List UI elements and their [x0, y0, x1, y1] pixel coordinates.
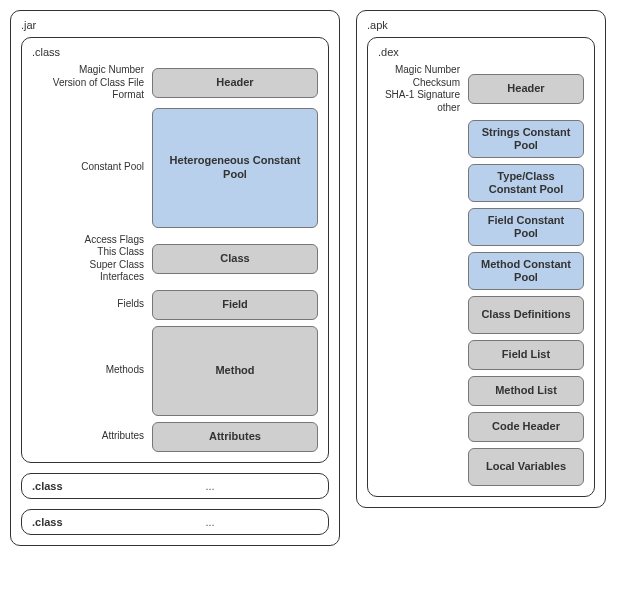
- block-field: Field: [152, 290, 318, 320]
- dex-row-methodlist: Method List: [378, 376, 584, 406]
- dex-row-methodcp: Method Constant Pool: [378, 252, 584, 290]
- class-stub-2: .class ...: [21, 509, 329, 535]
- dex-block-method-list: Method List: [468, 376, 584, 406]
- label-header: Magic Number Version of Class File Forma…: [32, 64, 152, 102]
- block-header: Header: [152, 68, 318, 98]
- dex-block-typeclass-constant-pool: Type/Class Constant Pool: [468, 164, 584, 202]
- dex-box: .dex Magic Number Checksum SHA-1 Signatu…: [367, 37, 595, 497]
- row-field: Fields Field: [32, 290, 318, 320]
- dex-row-strings: Strings Constant Pool: [378, 120, 584, 158]
- block-attributes: Attributes: [152, 422, 318, 452]
- dex-block-strings-constant-pool: Strings Constant Pool: [468, 120, 584, 158]
- jar-container: .jar .class Magic Number Version of Clas…: [10, 10, 340, 546]
- dex-block-method-constant-pool: Method Constant Pool: [468, 252, 584, 290]
- dex-block-field-constant-pool: Field Constant Pool: [468, 208, 584, 246]
- block-heterogeneous-constant-pool: Heterogeneous Constant Pool: [152, 108, 318, 228]
- dex-row-codeheader: Code Header: [378, 412, 584, 442]
- row-header: Magic Number Version of Class File Forma…: [32, 64, 318, 102]
- class-stub-1: .class ...: [21, 473, 329, 499]
- row-class: Access Flags This Class Super Class Inte…: [32, 234, 318, 284]
- dex-row-classdef: Class Definitions: [378, 296, 584, 334]
- row-method: Methods Method: [32, 326, 318, 416]
- label-fields: Fields: [32, 298, 152, 311]
- label-constant-pool: Constant Pool: [32, 161, 152, 174]
- dex-block-header: Header: [468, 74, 584, 104]
- row-constant-pool: Constant Pool Heterogeneous Constant Poo…: [32, 108, 318, 228]
- class-stub-2-title: .class: [32, 516, 102, 528]
- label-methods: Methods: [32, 364, 152, 377]
- block-class: Class: [152, 244, 318, 274]
- dex-row-typeclass: Type/Class Constant Pool: [378, 164, 584, 202]
- label-attributes: Attributes: [32, 430, 152, 443]
- dex-row-fieldcp: Field Constant Pool: [378, 208, 584, 246]
- dex-block-class-definitions: Class Definitions: [468, 296, 584, 334]
- dex-block-code-header: Code Header: [468, 412, 584, 442]
- class-stub-2-dots: ...: [102, 516, 318, 528]
- block-method: Method: [152, 326, 318, 416]
- row-attributes: Attributes Attributes: [32, 422, 318, 452]
- jar-title: .jar: [21, 19, 329, 31]
- class-box: .class Magic Number Version of Class Fil…: [21, 37, 329, 463]
- class-stub-1-title: .class: [32, 480, 102, 492]
- dex-row-localvars: Local Variables: [378, 448, 584, 486]
- dex-row-header: Magic Number Checksum SHA-1 Signature ot…: [378, 64, 584, 114]
- dex-block-local-variables: Local Variables: [468, 448, 584, 486]
- dex-block-field-list: Field List: [468, 340, 584, 370]
- class-box-title: .class: [32, 46, 318, 58]
- apk-container: .apk .dex Magic Number Checksum SHA-1 Si…: [356, 10, 606, 508]
- dex-label-header: Magic Number Checksum SHA-1 Signature ot…: [378, 64, 468, 114]
- apk-title: .apk: [367, 19, 595, 31]
- dex-row-fieldlist: Field List: [378, 340, 584, 370]
- dex-box-title: .dex: [378, 46, 584, 58]
- class-stub-1-dots: ...: [102, 480, 318, 492]
- label-class: Access Flags This Class Super Class Inte…: [32, 234, 152, 284]
- diagram-root: .jar .class Magic Number Version of Clas…: [10, 10, 611, 546]
